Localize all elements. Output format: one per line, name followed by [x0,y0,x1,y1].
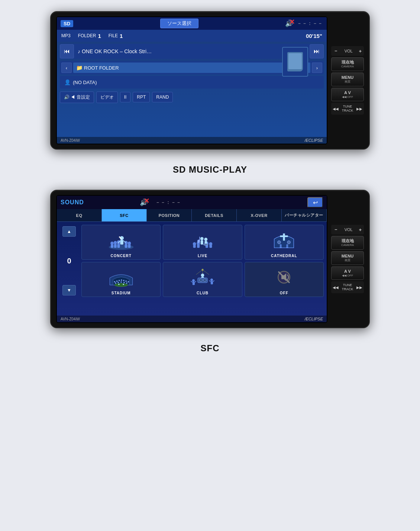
tab-eq[interactable]: EQ [57,209,102,221]
sd-badge: SD [61,20,73,27]
svg-rect-3 [111,244,113,248]
svg-rect-13 [120,240,123,244]
sfc-cell-concert[interactable]: CONCERT [81,225,161,260]
value-up-button[interactable]: ▲ [62,226,76,237]
sound-label: SOUND [61,199,84,206]
folder-icon: 📁 [76,65,83,71]
svg-point-17 [119,236,120,238]
svg-point-33 [204,244,208,246]
device-1: SD ソース選択 🔊 ✕ －－：－－ MP3 FOLDER 1 [50,11,370,150]
artist-row: 👤 (NO DATA) [60,76,324,89]
concert-label: CONCERT [110,254,131,258]
svg-rect-26 [209,244,212,248]
camera-button-1[interactable]: 現在地 CAMERA [331,57,364,71]
sound-settings-button[interactable]: 🔊 ◀ 音設定 [60,92,94,103]
club-label: CLUB [197,291,209,295]
camera-button-2[interactable]: 現在地 CAMERA [331,236,364,250]
svg-line-72 [213,281,214,282]
tune-label-1: TUNE TRACK [342,105,353,113]
svg-rect-5 [114,243,116,248]
svg-point-39 [280,244,282,246]
infobar: MP3 FOLDER 1 FILE 1 00'15" [57,30,327,42]
svg-rect-11 [128,244,130,248]
model-label-1: AVN-Z04iW [61,138,80,143]
person-icon: 👤 [64,79,71,85]
caption-2: SFC [201,343,220,354]
vol-minus-2[interactable]: － [333,226,338,233]
svg-point-37 [278,241,281,244]
av-button-2[interactable]: A V ◀◀ OFF [331,266,364,280]
brand-label-2: /ECLIPSE [304,317,323,321]
source-btn-label[interactable]: ソース選択 [160,19,198,28]
track-time: 00'15" [306,33,322,39]
value-down-button[interactable]: ▼ [62,285,76,295]
svg-rect-64 [201,277,204,278]
tune-prev-1[interactable]: ◀◀ [333,107,339,111]
sfc-cell-live[interactable]: LIVE [163,225,242,260]
tab-sfc[interactable]: SFC [102,209,147,221]
svg-point-44 [114,281,115,282]
source-selector[interactable]: ソース選択 [77,19,281,28]
model-label-2: AVN-Z04iW [61,317,80,321]
sfc-cell-off[interactable]: OFF [245,262,324,297]
prev-track-button[interactable]: ⏮ [60,44,74,58]
svg-rect-70 [211,281,213,284]
tabs-row: EQ SFC POSITION DETAILS X-OVER バーチャルシアター [57,209,327,222]
screen-footer-1: AVN-Z04iW /ECLIPSE [57,137,327,144]
menu-button-1[interactable]: MENU 画質 [331,73,364,86]
tune-next-1[interactable]: ▶▶ [356,107,362,111]
menu-button-2[interactable]: MENU 画質 [331,251,364,265]
bottom-controls: 🔊 ◀ 音設定 ビデオ II RPT RAND [60,90,324,104]
live-icon [165,227,240,253]
svg-point-51 [115,282,116,284]
svg-point-54 [123,282,125,283]
sfc-cell-stadium[interactable]: STADIUM [81,262,161,297]
svg-line-67 [191,281,192,282]
svg-point-48 [123,280,125,281]
tune-prev-2[interactable]: ◀◀ [333,285,339,290]
svg-rect-66 [193,282,195,285]
vol-control-2: － VOL + [331,225,364,234]
svg-point-57 [118,284,120,285]
svg-point-41 [286,244,288,246]
tune-track-2: ◀◀ TUNE TRACK ▶▶ [331,281,364,293]
vol-plus-1[interactable]: + [359,48,362,54]
tab-details[interactable]: DETAILS [192,209,237,221]
folder-info: FOLDER 1 [78,33,101,39]
tab-xover[interactable]: X-OVER [237,209,282,221]
stadium-icon [83,264,159,290]
vol-label-1: VOL [345,49,353,53]
tab-virtual[interactable]: バーチャルシアター [282,209,327,221]
svg-point-52 [117,282,119,283]
mute-x-icon-2: ✕ [144,197,149,205]
svg-line-73 [196,270,203,275]
right-panel-2: － VOL + 現在地 CAMERA MENU 画質 A V ◀◀ OFF ◀◀… [331,225,364,293]
repeat-button[interactable]: RPT [133,92,150,102]
concert-icon [83,227,159,253]
sfc-cell-club[interactable]: CLUB [163,262,242,297]
svg-point-55 [126,282,127,284]
sfc-cell-cathedral[interactable]: CATHEDRAL [245,225,324,260]
screen-1: SD ソース選択 🔊 ✕ －－：－－ MP3 FOLDER 1 [56,16,327,144]
folder-back-button[interactable]: ‹ [61,63,72,73]
svg-line-68 [195,281,196,282]
mute-x-icon: ✕ [289,18,295,26]
back-button[interactable]: ↩ [307,197,323,208]
screen-2: SOUND 🔊 ✕ －－：－－ ↩ EQ SFC POSITION DETAIL… [56,195,327,323]
svg-rect-28 [201,240,203,244]
random-button[interactable]: RAND [152,92,173,102]
tune-next-2[interactable]: ▶▶ [356,285,362,290]
svg-point-61 [200,279,202,281]
vol-minus-1[interactable]: － [333,48,338,54]
pause-button[interactable]: II [120,92,131,102]
caption-1: SD MUSIC-PLAY [173,164,247,175]
video-button[interactable]: ビデオ [96,92,118,103]
tab-position[interactable]: POSITION [147,209,192,221]
next-track-button[interactable]: ⏭ [310,44,324,58]
vol-plus-2[interactable]: + [359,227,362,233]
av-button-1[interactable]: A V ◀◀ OFF [331,88,364,102]
screen-footer-2: AVN-Z04iW /ECLIPSE [57,316,327,322]
svg-point-46 [119,280,120,281]
folder-forward-button[interactable]: › [312,63,322,73]
brand-label-1: /ECLIPSE [304,138,323,143]
